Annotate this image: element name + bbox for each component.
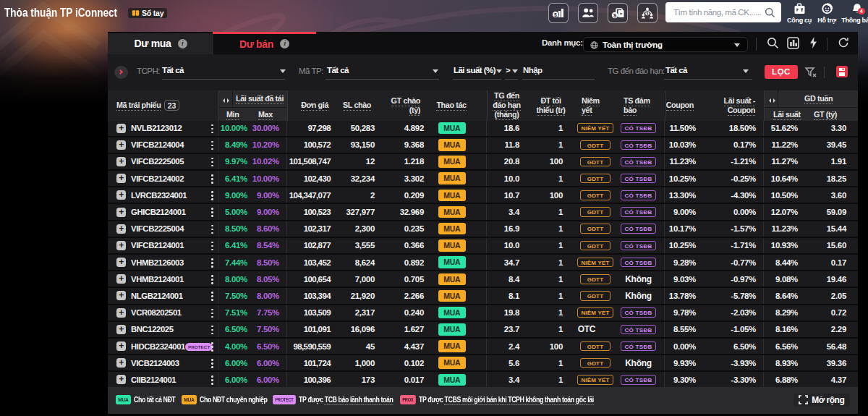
svg-text:$: $ bbox=[554, 12, 557, 18]
